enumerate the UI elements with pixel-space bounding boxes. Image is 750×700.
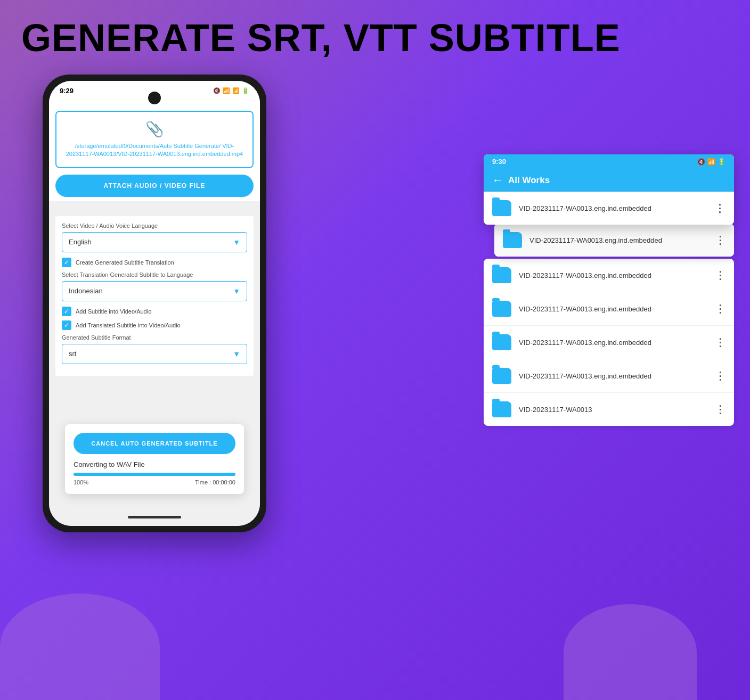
folder-icon-6 <box>492 368 511 384</box>
translation-language-dropdown[interactable]: Indonesian ▼ <box>62 281 247 301</box>
attachment-icon: 📎 <box>65 120 244 138</box>
subtitle-format-value: srt <box>69 350 76 358</box>
attach-button[interactable]: ATTACH AUDIO / VIDEO FILE <box>55 175 254 197</box>
fm-mute-icon-1: 🔇 <box>697 158 705 166</box>
file-item-menu-5[interactable]: ⋮ <box>715 336 725 349</box>
file-item-3[interactable]: VID-20231117-WA0013.eng.ind.embedded ⋮ <box>484 259 734 292</box>
fm-status-icons-1: 🔇 📶 🔋 <box>697 158 725 166</box>
file-item-6[interactable]: VID-20231117-WA0013.eng.ind.embedded ⋮ <box>484 359 734 393</box>
voice-language-dropdown[interactable]: English ▼ <box>62 232 247 252</box>
phone-screen: 9:29 🔇 📶 📶 🔋 📎 /storage/emulated/0/Docum… <box>49 81 260 526</box>
folder-icon-1 <box>492 200 511 216</box>
file-item-name-4: VID-20231117-WA0013.eng.ind.embedded <box>519 305 715 313</box>
checkbox-translation-label: Create Generated Subtitle Translation <box>76 259 174 266</box>
checkbox-add-subtitle-row: ✓ Add Subtitle into Video/Audio <box>62 307 247 316</box>
file-manager-panel: 9:30 🔇 📶 🔋 ← All Works VID-20231117-WA00… <box>484 154 734 426</box>
folder-icon-4 <box>492 301 511 317</box>
checkbox-translation[interactable]: ✓ <box>62 258 71 267</box>
file-item-2[interactable]: VID-20231117-WA0013.eng.ind.embedded ⋮ <box>494 224 734 257</box>
progress-percent: 100% <box>74 479 88 485</box>
phone-time: 9:29 <box>60 87 74 95</box>
fm-time-1: 9:30 <box>492 158 506 166</box>
checkbox-translation-row: ✓ Create Generated Subtitle Translation <box>62 258 247 267</box>
settings-section: Select Video / Audio Voice Language Engl… <box>55 216 254 376</box>
progress-row: 100% Time : 00:00:00 <box>74 479 235 485</box>
voice-language-value: English <box>69 238 92 246</box>
fm-wifi-icon-1: 📶 <box>707 158 715 166</box>
file-item-menu-2[interactable]: ⋮ <box>715 234 725 246</box>
signal-icon: 📶 <box>232 87 240 94</box>
subtitle-format-arrow-icon: ▼ <box>233 350 240 358</box>
file-item-menu-6[interactable]: ⋮ <box>715 369 725 382</box>
file-path-text: /storage/emulated/0/Documents/Auto Subti… <box>65 142 244 159</box>
bg-decoration-right <box>564 604 697 700</box>
checkbox-add-subtitle-label: Add Subtitle into Video/Audio <box>76 308 151 315</box>
file-item-1[interactable]: VID-20231117-WA0013.eng.ind.embedded ⋮ <box>484 192 734 225</box>
file-item-5[interactable]: VID-20231117-WA0013.eng.ind.embedded ⋮ <box>484 326 734 359</box>
folder-icon-7 <box>492 401 511 417</box>
file-item-4[interactable]: VID-20231117-WA0013.eng.ind.embedded ⋮ <box>484 292 734 326</box>
file-item-name-2: VID-20231117-WA0013.eng.ind.embedded <box>529 236 715 244</box>
progress-bar-fill <box>74 473 235 476</box>
file-item-menu-4[interactable]: ⋮ <box>715 302 725 315</box>
file-item-menu-1[interactable]: ⋮ <box>714 202 725 215</box>
fm-status-bar-1: 9:30 🔇 📶 🔋 <box>484 154 734 169</box>
subtitle-format-dropdown[interactable]: srt ▼ <box>62 344 247 364</box>
voice-language-arrow-icon: ▼ <box>233 238 240 246</box>
progress-bar-background <box>74 473 235 476</box>
phone-home-bar <box>128 516 181 518</box>
phone-content: 📎 /storage/emulated/0/Documents/Auto Sub… <box>49 100 260 526</box>
file-item-menu-3[interactable]: ⋮ <box>715 269 725 282</box>
battery-icon: 🔋 <box>242 87 249 94</box>
phone-notch <box>148 92 161 104</box>
file-item-name-6: VID-20231117-WA0013.eng.ind.embedded <box>519 372 715 380</box>
fm-battery-icon-1: 🔋 <box>718 158 725 166</box>
file-item-menu-7[interactable]: ⋮ <box>715 403 725 416</box>
folder-icon-5 <box>492 334 511 350</box>
file-item-name-7: VID-20231117-WA0013 <box>519 406 715 414</box>
voice-language-label: Select Video / Audio Voice Language <box>62 223 247 229</box>
converting-text: Converting to WAV File <box>74 460 235 468</box>
bg-decoration-left <box>0 594 160 700</box>
file-item-name-5: VID-20231117-WA0013.eng.ind.embedded <box>519 339 715 347</box>
subtitle-format-label: Generated Subtitle Format <box>62 334 247 341</box>
progress-time: Time : 00:00:00 <box>195 479 235 485</box>
phone-mockup: 9:29 🔇 📶 📶 🔋 📎 /storage/emulated/0/Docum… <box>43 75 266 532</box>
wifi-icon: 📶 <box>223 87 230 94</box>
fm-back-arrow-1[interactable]: ← <box>492 174 503 186</box>
checkbox-add-translated[interactable]: ✓ <box>62 320 71 330</box>
spacer <box>49 201 260 212</box>
page-title: GENERATE SRT, VTT SUBTITLE <box>21 16 729 60</box>
fm-back-label-1: All Works <box>508 175 550 186</box>
cancel-progress-panel: CANCEL AUTO GENERATED SUBTITLE Convertin… <box>65 424 244 494</box>
fm-nav-1: ← All Works <box>484 169 734 192</box>
checkbox-add-translated-row: ✓ Add Translated Subtitle into Video/Aud… <box>62 320 247 330</box>
folder-icon-2 <box>503 232 522 248</box>
folder-icon-3 <box>492 267 511 283</box>
phone-status-bar: 9:29 🔇 📶 📶 🔋 <box>49 81 260 100</box>
checkbox-add-translated-label: Add Translated Subtitle into Video/Audio <box>76 322 181 328</box>
file-attachment-section: 📎 /storage/emulated/0/Documents/Auto Sub… <box>55 111 254 168</box>
mute-icon: 🔇 <box>213 87 221 94</box>
checkbox-add-subtitle[interactable]: ✓ <box>62 307 71 316</box>
translation-language-value: Indonesian <box>69 287 103 295</box>
file-item-7[interactable]: VID-20231117-WA0013 ⋮ <box>484 393 734 426</box>
cancel-button[interactable]: CANCEL AUTO GENERATED SUBTITLE <box>74 433 235 454</box>
translation-language-arrow-icon: ▼ <box>233 287 240 295</box>
file-item-name-1: VID-20231117-WA0013.eng.ind.embedded <box>519 204 714 212</box>
file-item-name-3: VID-20231117-WA0013.eng.ind.embedded <box>519 271 715 279</box>
phone-status-icons: 🔇 📶 📶 🔋 <box>213 87 249 94</box>
translation-language-label: Select Translation Generated Subtitle to… <box>62 271 247 278</box>
